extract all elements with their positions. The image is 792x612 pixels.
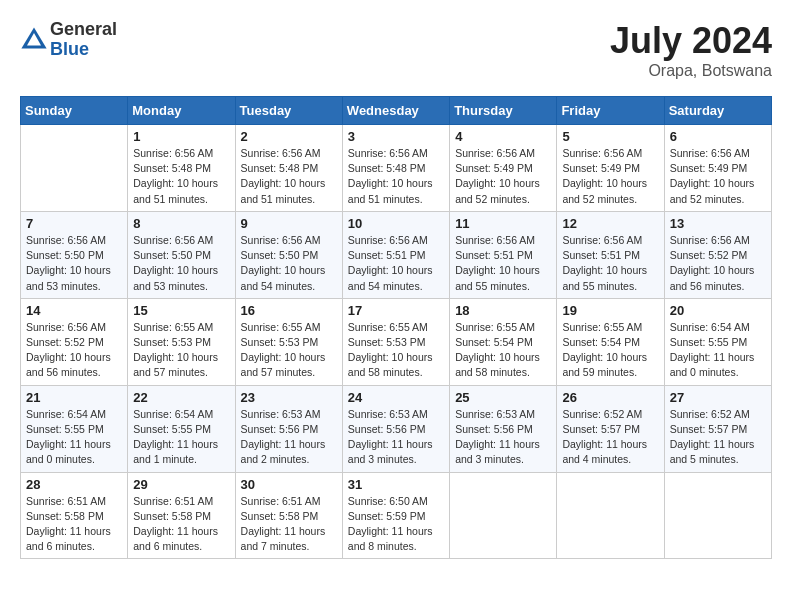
location: Orapa, Botswana xyxy=(610,62,772,80)
day-cell: 8Sunrise: 6:56 AM Sunset: 5:50 PM Daylig… xyxy=(128,211,235,298)
day-number: 25 xyxy=(455,390,551,405)
day-number: 6 xyxy=(670,129,766,144)
day-cell: 4Sunrise: 6:56 AM Sunset: 5:49 PM Daylig… xyxy=(450,125,557,212)
day-info: Sunrise: 6:52 AM Sunset: 5:57 PM Dayligh… xyxy=(670,407,766,468)
day-number: 27 xyxy=(670,390,766,405)
header-tuesday: Tuesday xyxy=(235,97,342,125)
day-cell: 27Sunrise: 6:52 AM Sunset: 5:57 PM Dayli… xyxy=(664,385,771,472)
day-info: Sunrise: 6:56 AM Sunset: 5:49 PM Dayligh… xyxy=(455,146,551,207)
day-info: Sunrise: 6:56 AM Sunset: 5:49 PM Dayligh… xyxy=(562,146,658,207)
calendar: SundayMondayTuesdayWednesdayThursdayFrid… xyxy=(20,96,772,559)
day-info: Sunrise: 6:56 AM Sunset: 5:48 PM Dayligh… xyxy=(348,146,444,207)
day-cell: 2Sunrise: 6:56 AM Sunset: 5:48 PM Daylig… xyxy=(235,125,342,212)
header-friday: Friday xyxy=(557,97,664,125)
page-header: General Blue July 2024 Orapa, Botswana xyxy=(20,20,772,80)
day-info: Sunrise: 6:55 AM Sunset: 5:53 PM Dayligh… xyxy=(348,320,444,381)
title-block: July 2024 Orapa, Botswana xyxy=(610,20,772,80)
day-cell: 3Sunrise: 6:56 AM Sunset: 5:48 PM Daylig… xyxy=(342,125,449,212)
day-info: Sunrise: 6:55 AM Sunset: 5:53 PM Dayligh… xyxy=(133,320,229,381)
day-info: Sunrise: 6:55 AM Sunset: 5:54 PM Dayligh… xyxy=(455,320,551,381)
day-info: Sunrise: 6:56 AM Sunset: 5:48 PM Dayligh… xyxy=(133,146,229,207)
day-number: 20 xyxy=(670,303,766,318)
logo-general: General xyxy=(50,20,117,40)
day-number: 22 xyxy=(133,390,229,405)
day-number: 28 xyxy=(26,477,122,492)
day-cell xyxy=(664,472,771,559)
day-number: 5 xyxy=(562,129,658,144)
day-info: Sunrise: 6:52 AM Sunset: 5:57 PM Dayligh… xyxy=(562,407,658,468)
header-monday: Monday xyxy=(128,97,235,125)
day-number: 30 xyxy=(241,477,337,492)
day-info: Sunrise: 6:55 AM Sunset: 5:54 PM Dayligh… xyxy=(562,320,658,381)
month-year: July 2024 xyxy=(610,20,772,62)
day-cell: 5Sunrise: 6:56 AM Sunset: 5:49 PM Daylig… xyxy=(557,125,664,212)
day-number: 10 xyxy=(348,216,444,231)
calendar-header: SundayMondayTuesdayWednesdayThursdayFrid… xyxy=(21,97,772,125)
day-cell: 6Sunrise: 6:56 AM Sunset: 5:49 PM Daylig… xyxy=(664,125,771,212)
day-info: Sunrise: 6:56 AM Sunset: 5:50 PM Dayligh… xyxy=(241,233,337,294)
day-cell: 23Sunrise: 6:53 AM Sunset: 5:56 PM Dayli… xyxy=(235,385,342,472)
day-cell: 29Sunrise: 6:51 AM Sunset: 5:58 PM Dayli… xyxy=(128,472,235,559)
day-info: Sunrise: 6:50 AM Sunset: 5:59 PM Dayligh… xyxy=(348,494,444,555)
day-cell: 24Sunrise: 6:53 AM Sunset: 5:56 PM Dayli… xyxy=(342,385,449,472)
day-number: 17 xyxy=(348,303,444,318)
day-info: Sunrise: 6:56 AM Sunset: 5:51 PM Dayligh… xyxy=(348,233,444,294)
header-row: SundayMondayTuesdayWednesdayThursdayFrid… xyxy=(21,97,772,125)
day-cell: 13Sunrise: 6:56 AM Sunset: 5:52 PM Dayli… xyxy=(664,211,771,298)
day-number: 16 xyxy=(241,303,337,318)
day-number: 12 xyxy=(562,216,658,231)
day-cell: 31Sunrise: 6:50 AM Sunset: 5:59 PM Dayli… xyxy=(342,472,449,559)
day-info: Sunrise: 6:53 AM Sunset: 5:56 PM Dayligh… xyxy=(348,407,444,468)
day-info: Sunrise: 6:54 AM Sunset: 5:55 PM Dayligh… xyxy=(133,407,229,468)
day-number: 1 xyxy=(133,129,229,144)
day-number: 23 xyxy=(241,390,337,405)
day-info: Sunrise: 6:54 AM Sunset: 5:55 PM Dayligh… xyxy=(26,407,122,468)
week-row-5: 28Sunrise: 6:51 AM Sunset: 5:58 PM Dayli… xyxy=(21,472,772,559)
day-info: Sunrise: 6:51 AM Sunset: 5:58 PM Dayligh… xyxy=(26,494,122,555)
day-cell: 1Sunrise: 6:56 AM Sunset: 5:48 PM Daylig… xyxy=(128,125,235,212)
week-row-4: 21Sunrise: 6:54 AM Sunset: 5:55 PM Dayli… xyxy=(21,385,772,472)
day-cell: 7Sunrise: 6:56 AM Sunset: 5:50 PM Daylig… xyxy=(21,211,128,298)
day-number: 31 xyxy=(348,477,444,492)
header-wednesday: Wednesday xyxy=(342,97,449,125)
day-number: 15 xyxy=(133,303,229,318)
day-cell: 14Sunrise: 6:56 AM Sunset: 5:52 PM Dayli… xyxy=(21,298,128,385)
day-info: Sunrise: 6:56 AM Sunset: 5:52 PM Dayligh… xyxy=(670,233,766,294)
day-info: Sunrise: 6:55 AM Sunset: 5:53 PM Dayligh… xyxy=(241,320,337,381)
day-cell: 9Sunrise: 6:56 AM Sunset: 5:50 PM Daylig… xyxy=(235,211,342,298)
day-info: Sunrise: 6:56 AM Sunset: 5:52 PM Dayligh… xyxy=(26,320,122,381)
day-number: 11 xyxy=(455,216,551,231)
day-cell xyxy=(557,472,664,559)
day-number: 13 xyxy=(670,216,766,231)
day-number: 29 xyxy=(133,477,229,492)
day-info: Sunrise: 6:51 AM Sunset: 5:58 PM Dayligh… xyxy=(241,494,337,555)
day-cell: 10Sunrise: 6:56 AM Sunset: 5:51 PM Dayli… xyxy=(342,211,449,298)
day-cell: 20Sunrise: 6:54 AM Sunset: 5:55 PM Dayli… xyxy=(664,298,771,385)
day-number: 26 xyxy=(562,390,658,405)
day-cell: 12Sunrise: 6:56 AM Sunset: 5:51 PM Dayli… xyxy=(557,211,664,298)
day-info: Sunrise: 6:51 AM Sunset: 5:58 PM Dayligh… xyxy=(133,494,229,555)
week-row-3: 14Sunrise: 6:56 AM Sunset: 5:52 PM Dayli… xyxy=(21,298,772,385)
day-cell: 30Sunrise: 6:51 AM Sunset: 5:58 PM Dayli… xyxy=(235,472,342,559)
day-number: 21 xyxy=(26,390,122,405)
day-number: 19 xyxy=(562,303,658,318)
day-cell: 28Sunrise: 6:51 AM Sunset: 5:58 PM Dayli… xyxy=(21,472,128,559)
day-cell: 19Sunrise: 6:55 AM Sunset: 5:54 PM Dayli… xyxy=(557,298,664,385)
day-number: 18 xyxy=(455,303,551,318)
header-sunday: Sunday xyxy=(21,97,128,125)
day-number: 8 xyxy=(133,216,229,231)
day-cell: 22Sunrise: 6:54 AM Sunset: 5:55 PM Dayli… xyxy=(128,385,235,472)
day-cell: 25Sunrise: 6:53 AM Sunset: 5:56 PM Dayli… xyxy=(450,385,557,472)
day-cell: 16Sunrise: 6:55 AM Sunset: 5:53 PM Dayli… xyxy=(235,298,342,385)
day-number: 4 xyxy=(455,129,551,144)
week-row-1: 1Sunrise: 6:56 AM Sunset: 5:48 PM Daylig… xyxy=(21,125,772,212)
day-info: Sunrise: 6:53 AM Sunset: 5:56 PM Dayligh… xyxy=(455,407,551,468)
day-info: Sunrise: 6:56 AM Sunset: 5:48 PM Dayligh… xyxy=(241,146,337,207)
logo-text: General Blue xyxy=(50,20,117,60)
day-cell: 18Sunrise: 6:55 AM Sunset: 5:54 PM Dayli… xyxy=(450,298,557,385)
day-number: 3 xyxy=(348,129,444,144)
day-cell: 21Sunrise: 6:54 AM Sunset: 5:55 PM Dayli… xyxy=(21,385,128,472)
week-row-2: 7Sunrise: 6:56 AM Sunset: 5:50 PM Daylig… xyxy=(21,211,772,298)
day-number: 7 xyxy=(26,216,122,231)
day-info: Sunrise: 6:56 AM Sunset: 5:50 PM Dayligh… xyxy=(133,233,229,294)
